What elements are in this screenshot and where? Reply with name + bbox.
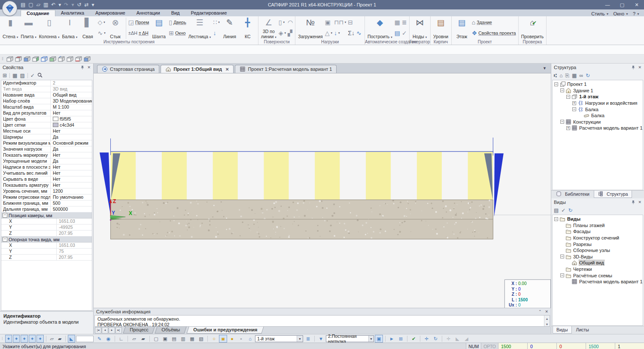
mirror-dim-button[interactable]: ◣ xyxy=(453,335,462,343)
snap-grid-button[interactable]: ✦ xyxy=(5,335,12,343)
property-row[interactable]: Дальняя граница, мм500000 xyxy=(1,206,92,212)
close-panel-icon[interactable]: ✕ xyxy=(87,65,91,70)
ribbon-tool[interactable]: ❖Свойства проекта xyxy=(472,28,516,38)
property-group-header[interactable]: −Позиция камеры, мм xyxy=(1,212,92,219)
ribbon-tab-Редактирование[interactable]: Редактирование xyxy=(185,10,233,16)
ribbon-tool[interactable]: ∷▾ xyxy=(213,18,219,27)
pin-icon[interactable] xyxy=(631,65,635,70)
solid-3-button[interactable]: ▤ xyxy=(170,335,178,343)
ribbon-tool[interactable]: ⊞Окно xyxy=(169,28,186,38)
refresh-icon[interactable]: ↻ xyxy=(568,207,572,213)
tree-item[interactable]: +Расчетная модель вариант 1 xyxy=(553,125,643,131)
filter-branch-icon[interactable]: ⑆ xyxy=(554,73,557,79)
ribbon-tool[interactable]: IБалка ▾ xyxy=(61,17,79,39)
pencil-b-button[interactable]: ✎ xyxy=(95,335,103,343)
move-dim-button[interactable]: ✛ xyxy=(444,335,453,343)
property-row[interactable]: X1651.03 xyxy=(1,243,92,249)
close-tab-icon[interactable]: ✕ xyxy=(225,67,229,72)
property-row[interactable]: Показать маркировкуНет xyxy=(1,152,92,158)
storey-list-button[interactable]: ≣ xyxy=(304,335,312,343)
ribbon-tool[interactable]: ▤ xyxy=(395,28,400,38)
solid-5-button[interactable]: ▦ xyxy=(188,335,196,343)
snap-center-button[interactable]: ◉ xyxy=(104,335,112,343)
ribbon-tab-Аннотации[interactable]: Аннотации xyxy=(131,10,166,16)
property-row[interactable]: Y75 xyxy=(1,249,92,255)
tree-item[interactable]: +Нагрузки и воздействия xyxy=(553,100,643,106)
property-row[interactable]: X1651.03 xyxy=(1,219,92,225)
rotate-tool-button[interactable]: ↻ xyxy=(431,335,440,343)
ribbon-tool[interactable]: №Загружения xyxy=(297,17,324,39)
refresh-icon[interactable]: ↻ xyxy=(586,73,590,79)
apply-check-icon[interactable]: ✓ xyxy=(561,207,565,213)
ribbon-tool[interactable]: ▤Этаж xyxy=(453,17,471,39)
ribbon-tool[interactable]: ◆Построить ▾ xyxy=(366,17,394,39)
ribbon-tool[interactable]: ⌂Здание xyxy=(472,18,516,27)
property-row[interactable]: Упрощенные моделиДа xyxy=(1,158,92,164)
viewport-3d[interactable]: ZYX X :0.00Y :0Z :0L :1500Ux :0 xyxy=(94,73,551,308)
tree-item[interactable]: Общий вид xyxy=(553,260,643,266)
property-row[interactable]: Надписи в плоскости э...Нет xyxy=(1,164,92,170)
property-row[interactable]: Название видаОбщий вид xyxy=(1,92,92,98)
load-filter-button[interactable]: ▼ xyxy=(317,335,325,343)
ribbon-tool[interactable]: ↓ xyxy=(213,28,219,38)
fit-selection-button[interactable]: ▣ xyxy=(375,335,383,343)
cube-rotate-icon[interactable] xyxy=(58,56,65,62)
reload-icon[interactable]: ↺ xyxy=(77,2,81,8)
ribbon-tool[interactable]: ☰Лестница ▾ xyxy=(187,17,213,39)
menu-icon[interactable]: ▤ xyxy=(21,2,25,8)
close-button[interactable]: ✕ xyxy=(629,0,644,9)
menu-item-?[interactable]: ?▼ xyxy=(633,11,640,16)
ribbon-tool[interactable]: ▦ xyxy=(395,18,400,27)
snap-node-button[interactable]: ✦ xyxy=(29,335,36,343)
open-file-icon[interactable]: ▱ xyxy=(36,2,40,8)
settings-view-icon[interactable]: ▨ xyxy=(20,73,24,79)
panel-tab-Структура[interactable]: Структура xyxy=(594,191,632,198)
property-row[interactable]: Значения нагрузокДа xyxy=(1,146,92,152)
property-row[interactable]: Уровень сечения, мм1200 xyxy=(1,188,92,194)
snap-intersection-button[interactable]: ✦ xyxy=(21,335,27,343)
ribbon-tool[interactable]: ✎Линия xyxy=(221,17,239,39)
tree-item[interactable]: Чертежи xyxy=(553,266,643,273)
last-page-button[interactable]: ▸| xyxy=(115,327,122,334)
document-tab[interactable]: Проект 1:Общий вид✕ xyxy=(161,65,234,73)
property-row[interactable]: Учитывать вес линийНет xyxy=(1,170,92,176)
ribbon-tool[interactable]: ╋КС xyxy=(239,17,257,39)
snap-segment-button[interactable]: ✦ xyxy=(36,335,43,343)
cube-plain-icon[interactable] xyxy=(6,56,13,62)
find-in-model-icon[interactable]: ▦ xyxy=(572,73,577,79)
snap-value-input[interactable] xyxy=(76,336,94,342)
ortho-mode-indicator[interactable]: ОРТО xyxy=(481,343,498,349)
document-tab[interactable]: Стартовая страница xyxy=(97,65,159,73)
property-row[interactable]: Масштаб видаМ 1:100 xyxy=(1,104,92,110)
ribbon-tool[interactable]: ▣ xyxy=(325,18,332,27)
light-on-button[interactable]: ● xyxy=(228,335,236,343)
tree-item[interactable]: −1-й этаж xyxy=(553,94,643,100)
home-icon[interactable]: ⌂ xyxy=(559,73,562,79)
tree-item[interactable]: Разрезы xyxy=(553,241,643,247)
document-tab[interactable]: Проект 1:Расчетная модель вариант 1 xyxy=(235,65,337,73)
property-row[interactable]: Набор слоёв3D Моделирование xyxy=(1,98,92,104)
copy-props-alt-button[interactable]: ▰ xyxy=(139,335,147,343)
redo-arrow-icon[interactable]: ▾ xyxy=(71,2,74,8)
ribbon-tool[interactable]: ⋈Ноды ▾ xyxy=(411,17,429,39)
tree-item[interactable]: Балка xyxy=(553,112,643,119)
cube-bottom-red-icon[interactable] xyxy=(75,56,82,62)
mirror-dim-2-button[interactable]: ◢ xyxy=(462,335,471,343)
tree-item[interactable]: −Виды xyxy=(553,216,643,222)
close-panel-icon[interactable]: ✕ xyxy=(638,200,641,204)
tree-item[interactable]: −Конструкции xyxy=(553,119,643,125)
new-file-icon[interactable]: ▢ xyxy=(28,2,33,8)
property-row[interactable]: Цвет фонаf5f5f5 xyxy=(1,116,92,122)
ribbon-tool[interactable] xyxy=(356,18,362,27)
menu-item-Окно[interactable]: Окно▼ xyxy=(613,11,629,16)
cube-double-blue-icon[interactable] xyxy=(83,56,91,62)
work-plane-button[interactable]: ◣ xyxy=(68,335,75,343)
property-row[interactable]: Z207.95 xyxy=(1,231,92,237)
ribbon-tool[interactable]: ▬Плита ▾ xyxy=(19,17,38,39)
undo-icon[interactable]: ↶ xyxy=(51,2,55,8)
ribbon-tool[interactable]: ⊓⊓▾ xyxy=(334,18,346,27)
light-point-button[interactable]: ▫ xyxy=(237,335,245,343)
binoculars-icon[interactable]: ∞ xyxy=(579,73,583,79)
ribbon-tab-Армирование[interactable]: Армирование xyxy=(90,10,131,16)
pin-icon[interactable] xyxy=(631,200,635,204)
